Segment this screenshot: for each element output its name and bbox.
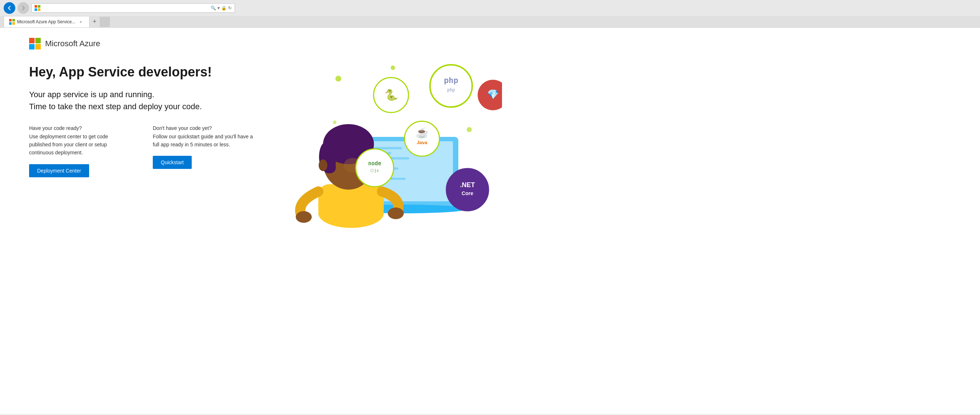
svg-point-12 xyxy=(333,120,336,124)
search-icon[interactable]: 🔍 xyxy=(211,5,216,11)
azure-header: Microsoft Azure xyxy=(0,28,980,57)
svg-text:php: php xyxy=(447,87,455,93)
sub-line1: Your app service is up and running. xyxy=(29,90,154,99)
cta-left: Have your code ready? Use deployment cen… xyxy=(29,124,131,177)
deployment-center-button[interactable]: Deployment Center xyxy=(29,164,89,177)
url-input[interactable]: https://app.asabudemo.com/ xyxy=(43,5,208,11)
svg-point-9 xyxy=(391,65,395,70)
illustration-svg: php php 🐍 ☕ Java node ⬡js .NET Core xyxy=(266,57,502,231)
back-button[interactable] xyxy=(4,2,15,14)
tab-favicon xyxy=(9,19,15,25)
forward-button[interactable] xyxy=(18,2,29,14)
left-content: Hey, App Service developers! Your app se… xyxy=(29,64,255,217)
sub-line2: Time to take the next step and deploy yo… xyxy=(29,102,202,111)
svg-text:💎: 💎 xyxy=(487,88,499,100)
azure-logo: Microsoft Azure xyxy=(29,38,951,49)
tab-bar: Microsoft Azure App Service... × + xyxy=(0,16,980,27)
svg-rect-6 xyxy=(9,22,12,25)
svg-rect-2 xyxy=(35,8,37,11)
right-illustration: php php 🐍 ☕ Java node ⬡js .NET Core xyxy=(269,64,480,217)
address-bar: https://app.asabudemo.com/ 🔍 ▾ 🔒 ↻ xyxy=(31,3,235,13)
svg-text:Core: Core xyxy=(461,190,473,196)
cta-columns: Have your code ready? Use deployment cen… xyxy=(29,124,255,177)
cta-right-text: Don't have your code yet? Follow our qui… xyxy=(153,124,255,148)
cta-right-line1: Don't have your code yet? xyxy=(153,125,212,131)
quickstart-button[interactable]: Quickstart xyxy=(153,156,192,169)
browser-chrome: https://app.asabudemo.com/ 🔍 ▾ 🔒 ↻ Micro… xyxy=(0,0,980,28)
svg-point-26 xyxy=(296,211,312,223)
browser-tab[interactable]: Microsoft Azure App Service... × xyxy=(4,16,89,27)
cta-left-text: Have your code ready? Use deployment cen… xyxy=(29,124,131,157)
microsoft-flag-logo xyxy=(29,38,41,49)
browser-toolbar: https://app.asabudemo.com/ 🔍 ▾ 🔒 ↻ xyxy=(0,0,980,16)
cta-left-line2: Use deployment center to get code publis… xyxy=(29,134,108,156)
tab-title: Microsoft Azure App Service... xyxy=(17,19,75,24)
svg-rect-7 xyxy=(13,22,15,25)
tab-close-button[interactable]: × xyxy=(78,19,84,25)
cta-right-line2: Follow our quickstart guide and you'll h… xyxy=(153,134,253,147)
flag-red xyxy=(29,38,35,43)
svg-text:☕: ☕ xyxy=(416,127,428,139)
svg-point-43 xyxy=(356,149,394,187)
svg-text:🐍: 🐍 xyxy=(385,88,398,102)
svg-point-8 xyxy=(336,76,341,81)
svg-rect-25 xyxy=(318,184,384,220)
svg-text:node: node xyxy=(368,160,381,167)
svg-point-27 xyxy=(388,208,404,219)
cta-left-line1: Have your code ready? xyxy=(29,125,82,131)
azure-logo-text: Microsoft Azure xyxy=(45,39,100,48)
flag-green xyxy=(35,38,41,43)
flag-blue xyxy=(29,44,35,49)
svg-point-11 xyxy=(467,127,472,132)
tab-placeholder xyxy=(100,17,110,27)
sub-heading: Your app service is up and running. Time… xyxy=(29,88,255,112)
lock-icon: 🔒 xyxy=(221,5,227,11)
svg-rect-0 xyxy=(35,5,37,8)
cta-right: Don't have your code yet? Follow our qui… xyxy=(153,124,255,177)
svg-text:php: php xyxy=(444,76,458,85)
svg-point-33 xyxy=(319,160,328,171)
svg-rect-1 xyxy=(38,5,40,8)
flag-yellow xyxy=(35,44,41,49)
svg-rect-3 xyxy=(38,8,40,11)
svg-rect-5 xyxy=(13,19,15,21)
svg-text:⬡js: ⬡js xyxy=(370,168,379,173)
dropdown-icon[interactable]: ▾ xyxy=(218,5,220,11)
svg-point-35 xyxy=(430,65,472,107)
svg-text:.NET: .NET xyxy=(460,181,475,188)
svg-text:Java: Java xyxy=(417,140,428,145)
main-heading: Hey, App Service developers! xyxy=(29,64,255,80)
svg-point-40 xyxy=(404,121,439,156)
page-content: Microsoft Azure Hey, App Service develop… xyxy=(0,28,980,413)
browser-favicon xyxy=(35,5,40,11)
svg-point-46 xyxy=(446,169,488,211)
new-tab-button[interactable]: + xyxy=(89,17,100,27)
main-content: Hey, App Service developers! Your app se… xyxy=(0,57,980,231)
address-bar-icons: 🔍 ▾ 🔒 ↻ xyxy=(211,5,232,11)
svg-rect-4 xyxy=(9,19,12,21)
refresh-icon[interactable]: ↻ xyxy=(228,5,232,11)
